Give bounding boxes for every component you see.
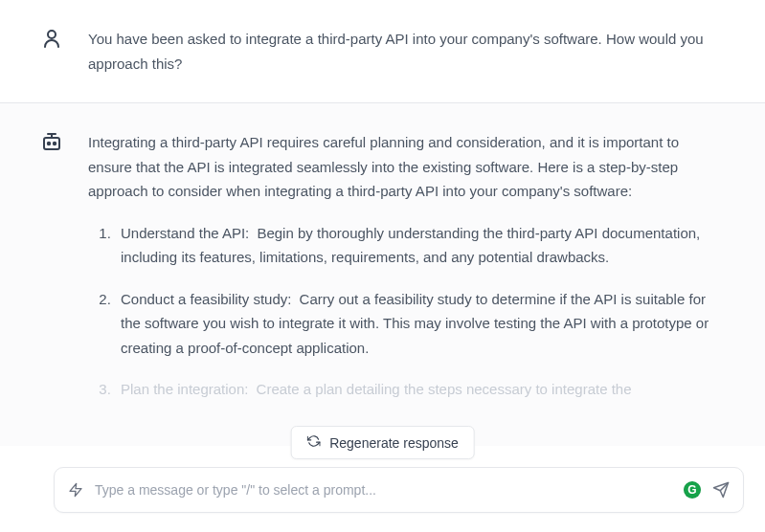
robot-avatar-icon <box>38 130 65 157</box>
list-item: Plan the integration: Create a plan deta… <box>115 377 727 402</box>
grammarly-badge-icon[interactable]: G <box>684 481 701 499</box>
user-message-text: You have been asked to integrate a third… <box>88 27 727 76</box>
step-label: Understand the API: <box>121 225 249 241</box>
input-bar: G <box>54 467 744 513</box>
message-input[interactable] <box>95 482 672 498</box>
svg-marker-6 <box>70 483 81 496</box>
lightning-icon[interactable] <box>68 482 83 498</box>
assistant-steps-list: Understand the API: Begin by thoroughly … <box>105 221 727 402</box>
svg-point-2 <box>48 143 50 144</box>
assistant-message: Integrating a third-party API requires c… <box>0 103 765 446</box>
svg-point-3 <box>54 143 56 144</box>
send-icon[interactable] <box>712 481 730 499</box>
step-label: Plan the integration: <box>121 381 248 397</box>
svg-point-0 <box>48 31 56 38</box>
step-text: Create a plan detailing the steps necess… <box>252 381 631 397</box>
user-message: You have been asked to integrate a third… <box>0 0 765 103</box>
user-avatar-icon <box>38 27 65 54</box>
assistant-intro: Integrating a third-party API requires c… <box>88 130 727 204</box>
assistant-message-body: Integrating a third-party API requires c… <box>88 130 727 419</box>
step-label: Conduct a feasibility study: <box>121 291 291 307</box>
svg-rect-1 <box>44 138 59 149</box>
refresh-icon <box>306 434 320 451</box>
list-item: Conduct a feasibility study: Carry out a… <box>115 287 727 361</box>
regenerate-label: Regenerate response <box>329 435 459 451</box>
list-item: Understand the API: Begin by thoroughly … <box>115 221 727 270</box>
regenerate-button[interactable]: Regenerate response <box>290 426 475 459</box>
